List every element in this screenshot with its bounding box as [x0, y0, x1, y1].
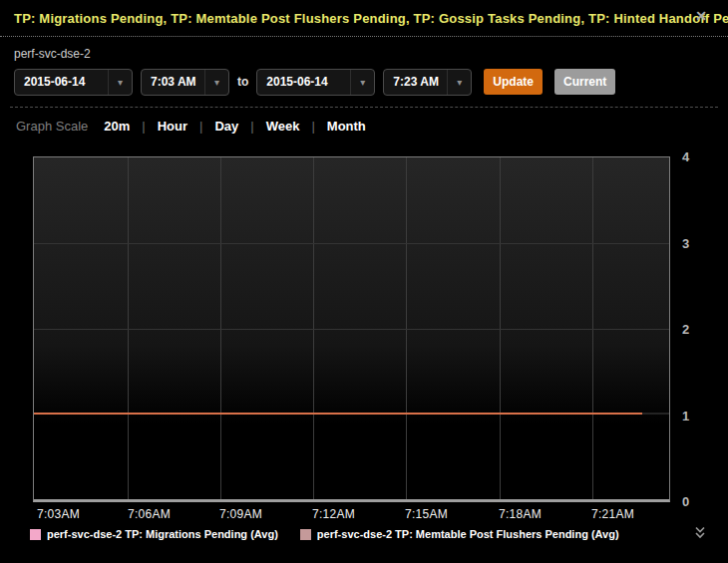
scale-separator: |	[311, 119, 314, 134]
y-tick-label: 1	[682, 409, 702, 423]
end-date-value: 2015-06-14	[266, 75, 327, 89]
time-range-controls: 2015-06-14 ▾ 7:03 AM ▾ to 2015-06-14 ▾ 7…	[14, 68, 615, 96]
chevron-down-icon: ▾	[447, 70, 471, 95]
y-tick-label: 4	[682, 149, 702, 164]
close-icon[interactable]: ✕	[692, 7, 710, 25]
x-tick-label: 7:21AM	[591, 507, 634, 521]
y-tick-label: 2	[682, 322, 702, 337]
legend-label: perf-svc-dse-2 TP: Migrations Pending (A…	[47, 528, 278, 540]
x-tick-label: 7:12AM	[312, 507, 355, 521]
x-tick-label: 7:09AM	[219, 507, 262, 521]
start-date-select[interactable]: 2015-06-14 ▾	[14, 69, 133, 96]
chevron-down-icon: ▾	[204, 70, 228, 95]
chevron-down-icon: ▾	[350, 70, 374, 95]
legend-label: perf-svc-dse-2 TP: Memtable Post Flusher…	[317, 528, 619, 540]
graph-scale-option-day[interactable]: Day	[214, 119, 238, 134]
end-time-value: 7:23 AM	[393, 75, 439, 89]
chevron-down-icon: ▾	[108, 70, 132, 95]
series-line-tail	[642, 413, 669, 415]
double-chevron-down-icon[interactable]	[692, 526, 708, 540]
x-tick-label: 7:03AM	[37, 507, 80, 521]
title-bar: TP: Migrations Pending, TP: Memtable Pos…	[0, 0, 728, 37]
x-tick-label: 7:06AM	[128, 507, 171, 521]
gridline-horizontal	[34, 243, 669, 244]
chart-legend: perf-svc-dse-2 TP: Migrations Pending (A…	[30, 528, 641, 540]
start-date-value: 2015-06-14	[24, 75, 85, 89]
gridline-horizontal	[34, 329, 669, 330]
chart-plot-area[interactable]	[33, 156, 670, 502]
graph-scale-option-week[interactable]: Week	[266, 119, 300, 134]
x-tick-label: 7:18AM	[499, 507, 542, 521]
scale-separator: |	[199, 119, 202, 134]
legend-swatch	[30, 529, 41, 540]
x-tick-label: 7:15AM	[405, 507, 448, 521]
series-line	[34, 413, 642, 415]
update-button[interactable]: Update	[484, 69, 543, 95]
end-time-select[interactable]: 7:23 AM ▾	[383, 69, 472, 96]
y-tick-label: 3	[682, 236, 702, 251]
legend-swatch	[300, 529, 311, 540]
scale-separator: |	[142, 119, 145, 134]
graph-scale-option-20m[interactable]: 20m	[104, 119, 130, 134]
to-label: to	[237, 75, 248, 89]
graph-scale-option-hour[interactable]: Hour	[158, 119, 187, 134]
start-time-value: 7:03 AM	[151, 75, 196, 89]
graph-scale-label: Graph Scale	[16, 119, 88, 134]
y-tick-label: 0	[682, 494, 702, 509]
graph-scale-row: Graph Scale 20m | Hour | Day | Week | Mo…	[16, 119, 366, 134]
dashed-separator	[10, 107, 718, 108]
legend-item: perf-svc-dse-2 TP: Migrations Pending (A…	[30, 528, 278, 540]
graph-title: TP: Migrations Pending, TP: Memtable Pos…	[14, 11, 728, 26]
graph-dialog: { "header": { "title": "TP: Migrations P…	[0, 0, 728, 563]
current-button[interactable]: Current	[554, 69, 615, 95]
start-time-select[interactable]: 7:03 AM ▾	[141, 69, 229, 96]
scale-separator: |	[250, 119, 253, 134]
graph-scale-option-month[interactable]: Month	[327, 119, 366, 134]
end-date-select[interactable]: 2015-06-14 ▾	[256, 69, 375, 96]
legend-item: perf-svc-dse-2 TP: Memtable Post Flusher…	[300, 528, 619, 540]
cluster-label: perf-svc-dse-2	[14, 47, 91, 61]
